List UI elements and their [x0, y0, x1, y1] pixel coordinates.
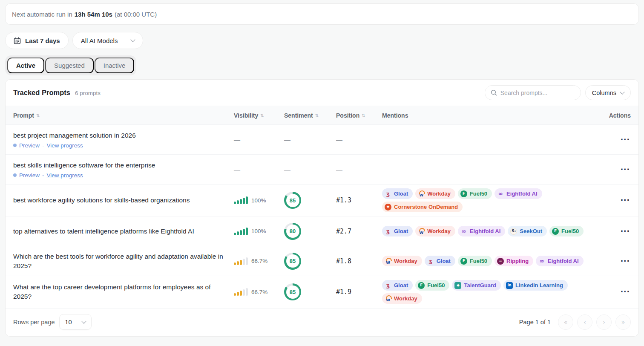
view-progress-link[interactable]: View progress: [47, 142, 83, 149]
tab-inactive[interactable]: Inactive: [95, 58, 135, 73]
position-cell: #1.8: [336, 257, 382, 265]
column-header-visibility[interactable]: Visibility ⇅: [234, 112, 284, 119]
next-run-prefix: Next automatic run in: [12, 11, 72, 18]
mention-badge-seekout[interactable]: S›SeekOut: [508, 226, 547, 236]
mentions-cell: ʒGloatFFuel50◆TalentGuardinLinkedIn Lear…: [382, 280, 599, 304]
mention-label: Eightfold AI: [506, 190, 537, 197]
mention-badge-linkedin[interactable]: inLinkedIn Learning: [503, 280, 568, 291]
position-cell: —: [336, 136, 382, 144]
visibility-cell: 100%: [234, 196, 284, 204]
sort-icon[interactable]: ⇅: [315, 113, 319, 118]
visibility-value: 66.7%: [251, 289, 267, 295]
column-header-sentiment[interactable]: Sentiment ⇅: [284, 112, 336, 119]
last-page-button[interactable]: »: [615, 314, 631, 330]
position-value: #2.7: [336, 228, 351, 235]
mention-badge-workday[interactable]: wWorkday: [415, 226, 455, 236]
position-value: #1.3: [336, 196, 351, 204]
mention-badge-workday[interactable]: wWorkday: [415, 188, 455, 199]
tab-active[interactable]: Active: [7, 58, 44, 73]
date-range-button[interactable]: Last 7 days: [5, 32, 69, 49]
mention-badge-gloat[interactable]: ʒGloat: [382, 280, 413, 291]
visibility-bars-icon: [234, 228, 248, 235]
sort-icon[interactable]: ⇅: [36, 113, 40, 118]
sentiment-ring-icon: 85: [284, 192, 301, 209]
workday-icon: w: [385, 295, 391, 302]
row-actions-button[interactable]: ···: [620, 286, 631, 298]
mention-badge-gloat[interactable]: ʒGloat: [382, 188, 413, 199]
tab-suggested[interactable]: Suggested: [45, 58, 94, 73]
mention-label: Fuel50: [561, 228, 579, 234]
mention-label: Workday: [394, 295, 417, 302]
cornerstone-icon: ★: [385, 204, 391, 210]
sentiment-score: 85: [286, 194, 299, 207]
mention-label: Fuel50: [470, 258, 487, 264]
workday-icon: w: [418, 228, 425, 235]
mention-badge-fuel50[interactable]: FFuel50: [458, 256, 492, 266]
columns-dropdown[interactable]: Columns: [585, 85, 631, 100]
mention-badge-cornerstone[interactable]: ★Cornerstone OnDemand: [382, 202, 463, 212]
model-filter-dropdown[interactable]: All AI Models: [72, 32, 144, 49]
sentiment-cell: —: [284, 136, 336, 144]
sentiment-cell: —: [284, 166, 336, 173]
preview-separator: -: [42, 172, 44, 179]
row-actions-button[interactable]: ···: [620, 255, 631, 267]
prompt-text: Which are the best tools for workforce a…: [13, 252, 234, 271]
gloat-icon: ʒ: [385, 228, 391, 235]
row-actions-button[interactable]: ···: [620, 225, 631, 237]
table-row: What are the top career development plat…: [6, 276, 638, 308]
table-row: best workforce agility solutions for ski…: [6, 184, 638, 216]
workday-icon: w: [418, 190, 425, 197]
mention-badge-eightfold[interactable]: ∞Eightfold AI: [458, 226, 505, 236]
mention-label: Fuel50: [427, 282, 445, 288]
rows-per-page-select[interactable]: 10: [59, 314, 92, 330]
sort-icon[interactable]: ⇅: [260, 113, 264, 118]
mention-label: TalentGuard: [464, 282, 496, 288]
prompt-text: best project management solution in 2026: [13, 131, 234, 140]
row-actions-button[interactable]: ···: [620, 134, 631, 146]
mention-label: Gloat: [394, 190, 408, 197]
search-input[interactable]: [500, 89, 575, 96]
chevron-down-icon: [81, 319, 86, 323]
mention-badge-workday[interactable]: wWorkday: [382, 256, 422, 266]
mention-badge-fuel50[interactable]: FFuel50: [458, 188, 492, 199]
position-cell: #1.3: [336, 196, 382, 204]
row-actions-button[interactable]: ···: [620, 194, 631, 206]
mention-badge-gloat[interactable]: ʒGloat: [425, 256, 455, 266]
next-page-button[interactable]: ›: [596, 314, 612, 330]
prompt-preview: Preview - View progress: [13, 142, 234, 149]
page-indicator: Page 1 of 1: [519, 319, 551, 326]
first-page-button[interactable]: «: [558, 314, 573, 330]
visibility-bars-icon: [234, 196, 248, 204]
prev-page-button[interactable]: ‹: [577, 314, 592, 330]
visibility-value: 66.7%: [251, 258, 267, 264]
mention-label: Rippling: [506, 258, 529, 264]
date-range-label: Last 7 days: [25, 37, 60, 44]
status-tabs: Active Suggested Inactive: [5, 55, 136, 75]
visibility-bars-icon: [234, 288, 248, 296]
eightfold-icon: ∞: [460, 228, 467, 235]
mention-label: Workday: [427, 190, 451, 197]
mention-badge-eightfold[interactable]: ∞Eightfold AI: [536, 256, 583, 266]
sentiment-score: 85: [286, 254, 299, 268]
row-actions-button[interactable]: ···: [620, 164, 631, 176]
mention-badge-gloat[interactable]: ʒGloat: [382, 226, 413, 236]
position-value: #1.9: [336, 288, 351, 296]
mention-badge-fuel50[interactable]: FFuel50: [549, 226, 584, 236]
mention-badge-fuel50[interactable]: FFuel50: [415, 280, 449, 291]
mention-badge-workday[interactable]: wWorkday: [382, 293, 422, 304]
preview-status: Preview: [19, 142, 40, 149]
fuel50-icon: F: [552, 228, 559, 235]
mentions-cell: wWorkdayʒGloatFFuel50≡Rippling∞Eightfold…: [382, 256, 599, 266]
rippling-icon: ≡: [497, 258, 504, 265]
mention-badge-rippling[interactable]: ≡Rippling: [494, 256, 533, 266]
mention-badge-eightfold[interactable]: ∞Eightfold AI: [494, 188, 542, 199]
sort-icon[interactable]: ⇅: [362, 113, 365, 118]
prompt-cell: best skills intelligence software for th…: [13, 161, 234, 179]
page-title: Tracked Prompts: [13, 89, 70, 97]
column-header-position[interactable]: Position ⇅: [336, 112, 382, 119]
view-progress-link[interactable]: View progress: [47, 172, 83, 179]
table-body: best project management solution in 2026…: [6, 124, 638, 308]
column-header-prompt[interactable]: Prompt ⇅: [13, 112, 234, 119]
mention-badge-talentguard[interactable]: ◆TalentGuard: [452, 280, 501, 291]
card-header: Tracked Prompts 6 prompts Columns: [6, 80, 638, 106]
